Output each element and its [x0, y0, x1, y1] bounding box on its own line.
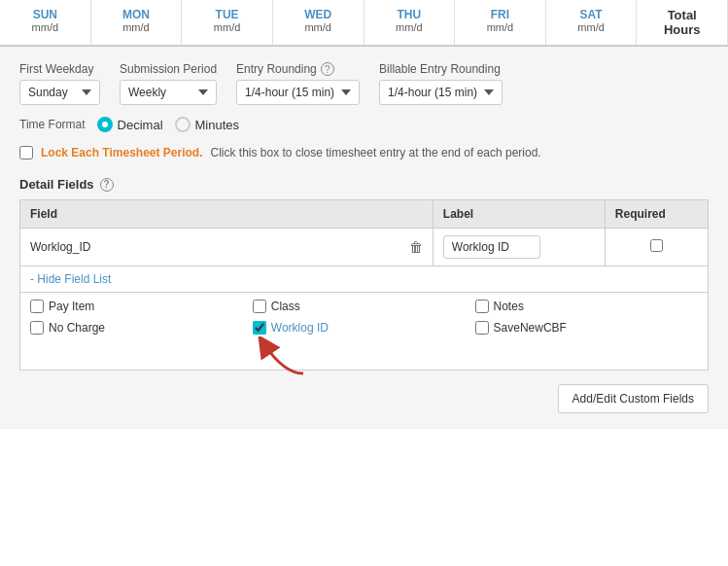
billable-entry-rounding-select[interactable]: None 1/4-hour (15 min) 1/2-hour (30 min)…	[379, 80, 503, 105]
add-edit-custom-fields-button[interactable]: Add/Edit Custom Fields	[558, 384, 709, 413]
savenewcbf-checkbox-item: SaveNewCBF	[475, 321, 698, 335]
header-mon: MON mm/d	[91, 0, 183, 45]
billable-entry-rounding-label: Billable Entry Rounding	[379, 62, 503, 76]
header-thu: THU mm/d	[364, 0, 456, 45]
notes-label: Notes	[494, 300, 524, 313]
settings-panel: First Weekday Sunday Monday Saturday Sub…	[0, 47, 728, 429]
mon-label: MON	[95, 8, 178, 21]
checkbox-row-2: No Charge Worklog ID	[30, 321, 698, 335]
first-weekday-select[interactable]: Sunday Monday Saturday	[19, 80, 100, 105]
header-sat: SAT mm/d	[546, 0, 638, 45]
submission-period-group: Submission Period Weekly Bi-Weekly Month…	[120, 62, 217, 105]
calendar-header: SUN mm/d MON mm/d TUE mm/d WED mm/d THU …	[0, 0, 728, 47]
checkbox-list-row: Pay Item Class Notes	[20, 293, 709, 371]
no-charge-checkbox[interactable]	[30, 321, 44, 335]
pay-item-checkbox-item: Pay Item	[30, 300, 253, 313]
field-checkbox-grid: Pay Item Class Notes	[30, 300, 698, 335]
hide-field-row: - Hide Field List	[20, 266, 709, 293]
settings-row: First Weekday Sunday Monday Saturday Sub…	[19, 62, 709, 105]
sun-label: SUN	[4, 8, 87, 21]
lock-bold-text: Lock Each Timesheet Period.	[41, 146, 203, 159]
detail-fields-table: Field Label Required Worklog_ID 🗑	[19, 199, 709, 371]
bottom-row: Add/Edit Custom Fields	[19, 384, 709, 413]
tue-sub: mm/d	[214, 21, 241, 33]
total-hours-label: TotalHours	[664, 8, 701, 37]
header-sun: SUN mm/d	[0, 0, 91, 45]
lock-normal-text: Click this box to close timesheet entry …	[211, 146, 541, 159]
class-checkbox-item: Class	[253, 300, 475, 313]
worklog-id-field-name: Worklog_ID	[30, 240, 90, 254]
sat-sub: mm/d	[577, 21, 605, 33]
wed-label: WED	[277, 8, 360, 21]
time-format-row: Time Format Decimal Minutes	[19, 117, 709, 132]
decimal-radio-option[interactable]: Decimal	[97, 117, 163, 132]
detail-fields-help-icon[interactable]: ?	[100, 178, 114, 192]
detail-fields-title: Detail Fields	[19, 177, 94, 192]
decimal-radio-circle[interactable]	[97, 117, 113, 132]
lock-row: Lock Each Timesheet Period. Click this b…	[19, 146, 709, 159]
arrow-annotation	[255, 336, 313, 375]
thu-sub: mm/d	[396, 21, 423, 33]
savenewcbf-checkbox[interactable]	[475, 321, 489, 335]
required-cell	[605, 229, 708, 266]
minutes-label: Minutes	[195, 118, 240, 132]
no-charge-label: No Charge	[49, 321, 105, 335]
decimal-label: Decimal	[118, 118, 163, 132]
mon-sub: mm/d	[122, 21, 150, 33]
lock-checkbox[interactable]	[19, 146, 33, 159]
col-required: Required	[605, 200, 708, 229]
first-weekday-label: First Weekday	[19, 62, 100, 76]
entry-rounding-group: Entry Rounding ? None 1/4-hour (15 min) …	[236, 62, 360, 105]
delete-field-icon[interactable]: 🗑	[409, 239, 423, 255]
class-checkbox[interactable]	[253, 300, 266, 313]
table-row: Worklog_ID 🗑	[20, 229, 709, 266]
worklog-id-label-input[interactable]	[443, 235, 540, 259]
checkbox-row-1: Pay Item Class Notes	[30, 300, 698, 313]
thu-label: THU	[368, 8, 451, 21]
col-label: Label	[433, 200, 605, 229]
header-wed: WED mm/d	[273, 0, 364, 45]
class-label: Class	[271, 300, 300, 313]
fri-label: FRI	[459, 8, 541, 21]
submission-period-select[interactable]: Weekly Bi-Weekly Monthly	[120, 80, 217, 105]
submission-period-label: Submission Period	[120, 62, 217, 76]
no-charge-checkbox-item: No Charge	[30, 321, 253, 335]
worklog-id-checkbox-label: Worklog ID	[271, 321, 329, 335]
fri-sub: mm/d	[487, 21, 514, 33]
billable-entry-rounding-group: Billable Entry Rounding None 1/4-hour (1…	[379, 62, 503, 105]
worklog-id-required-checkbox[interactable]	[650, 239, 663, 252]
header-total-hours: TotalHours	[637, 0, 728, 45]
label-cell	[433, 229, 605, 266]
hide-field-link[interactable]: - Hide Field List	[30, 272, 111, 286]
header-tue: TUE mm/d	[182, 0, 273, 45]
entry-rounding-label: Entry Rounding ?	[236, 62, 360, 76]
entry-rounding-select[interactable]: None 1/4-hour (15 min) 1/2-hour (30 min)…	[236, 80, 360, 105]
worklog-id-checkbox[interactable]	[253, 321, 266, 335]
sun-sub: mm/d	[32, 21, 59, 33]
entry-rounding-help-icon[interactable]: ?	[321, 62, 334, 76]
worklog-id-checkbox-item: Worklog ID	[253, 321, 475, 335]
pay-item-checkbox[interactable]	[30, 300, 44, 313]
minutes-radio-circle[interactable]	[175, 117, 191, 132]
tue-label: TUE	[186, 8, 268, 21]
pay-item-label: Pay Item	[49, 300, 94, 313]
minutes-radio-option[interactable]: Minutes	[175, 117, 240, 132]
notes-checkbox[interactable]	[475, 300, 489, 313]
sat-label: SAT	[550, 8, 633, 21]
field-name-cell: Worklog_ID 🗑	[20, 229, 433, 266]
col-field: Field	[20, 200, 433, 229]
first-weekday-group: First Weekday Sunday Monday Saturday	[19, 62, 100, 105]
savenewcbf-label: SaveNewCBF	[494, 321, 567, 335]
detail-fields-header: Detail Fields ?	[19, 177, 709, 192]
header-fri: FRI mm/d	[455, 0, 546, 45]
time-format-label: Time Format	[19, 118, 86, 131]
notes-checkbox-item: Notes	[475, 300, 698, 313]
wed-sub: mm/d	[304, 21, 331, 33]
